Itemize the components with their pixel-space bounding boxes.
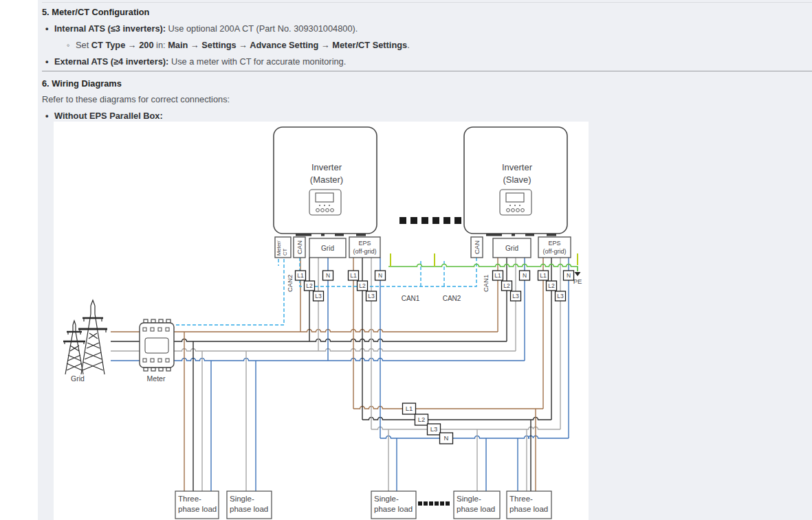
bullet-internal-ats: •Internal ATS (≤3 inverters): Use option… [45, 23, 358, 34]
load-three-phase-left: Three- phase load [175, 491, 219, 519]
svg-text:N: N [523, 272, 527, 279]
inverter-slave-title: Inverter [502, 162, 533, 172]
bullet-marker: • [45, 23, 54, 34]
port-eps-label1: EPS [358, 240, 371, 247]
grid-caption: Grid [71, 374, 85, 383]
port-eps-label1: EPS [548, 240, 560, 247]
pe-label: PE [573, 278, 582, 285]
wire-tag-L2: L2 [358, 281, 368, 291]
wire-tag-L2: L2 [305, 281, 315, 291]
can2-vertical-label: CAN2 [286, 275, 294, 292]
power-bus-bl [173, 359, 525, 361]
inverter-master-subtitle: (Master) [310, 174, 343, 185]
svg-text:Single-: Single- [374, 495, 399, 503]
pe-ground-icon [575, 272, 581, 276]
svg-text:L1: L1 [297, 272, 304, 279]
bullet-without-eps: •Without EPS Parallel Box: [45, 111, 163, 121]
port-meter-ct-label2: CT [282, 249, 288, 256]
wire-tag-N: N [520, 271, 530, 280]
svg-text:N: N [444, 434, 449, 442]
wire-tag-L1: L1 [538, 271, 549, 280]
svg-text:L2: L2 [548, 282, 555, 289]
pe-bus [388, 264, 578, 272]
wire-tag-L3: L3 [556, 291, 566, 301]
port-can-label: CAN [296, 240, 303, 254]
inverter-master-box: Inverter (Master) [274, 127, 377, 236]
sub-bullet-marker: ◦ [67, 40, 76, 50]
wire-tag-N: N [440, 433, 453, 444]
continuation-dots-icon [399, 217, 461, 224]
svg-text:L3: L3 [557, 293, 564, 299]
port-grid-label: Grid [321, 245, 334, 252]
section-5-heading: 5. Meter/CT Configuration [42, 7, 149, 17]
wire-tag-L3: L3 [428, 424, 441, 435]
power-bus-br [353, 407, 543, 409]
port-grid-label: Grid [505, 245, 518, 252]
load-single-phase-3: Single- phase load [454, 491, 500, 519]
inverter-display-icon [500, 190, 531, 215]
wire-tag-L2: L2 [547, 281, 557, 291]
power-bus-gy [173, 349, 516, 352]
wire-tag-L3: L3 [314, 291, 324, 301]
inverter-display-icon [309, 190, 341, 215]
meter-caption: Meter [147, 374, 166, 383]
load-three-phase-right: Three- phase load [507, 491, 551, 519]
svg-text:Three-: Three- [178, 495, 201, 503]
port-eps-label2: (off-grid) [353, 248, 377, 255]
inverter-slave-subtitle: (Slave) [503, 174, 531, 185]
svg-text:phase load: phase load [374, 505, 413, 513]
svg-text:phase load: phase load [178, 505, 217, 513]
wire-tag-L1: L1 [493, 271, 503, 280]
svg-text:L1: L1 [540, 272, 547, 279]
can2-label: CAN2 [443, 295, 461, 302]
svg-text:L1: L1 [350, 272, 357, 279]
svg-text:Single-: Single- [230, 495, 254, 503]
port-eps-label2: (off-grid) [543, 248, 567, 255]
svg-text:L2: L2 [503, 282, 510, 289]
wire-tag-N: N [375, 271, 386, 280]
top-hairline [42, 2, 812, 3]
wire-tag-L1: L1 [403, 403, 416, 414]
svg-text:L3: L3 [315, 293, 322, 299]
svg-text:L1: L1 [406, 405, 413, 412]
wiring-diagram-image: PE Inverter (Master) Inverter (Slave) [54, 122, 589, 520]
power-bus-bl [380, 436, 569, 439]
load-single-phase-2: Single- phase load [371, 491, 416, 519]
svg-text:L2: L2 [359, 282, 366, 289]
can1-label: CAN1 [402, 295, 420, 302]
section-6-heading: 6. Wiring Diagrams [42, 78, 122, 89]
manual-page: { "doc": { "bullet_char": "•", "sub_bull… [0, 0, 812, 520]
wire-tag-N: N [564, 271, 574, 280]
svg-text:L2: L2 [306, 282, 313, 289]
svg-text:N: N [326, 272, 330, 279]
load-continuation-dots-icon [418, 501, 450, 506]
wire-tag-L3: L3 [366, 291, 377, 301]
svg-text:Three-: Three- [509, 495, 533, 503]
svg-text:L3: L3 [512, 293, 519, 299]
bullet-marker: • [45, 111, 54, 121]
wire-tag-L3: L3 [511, 291, 521, 301]
wire-tag-L2: L2 [502, 281, 512, 291]
meter-comm-line [175, 259, 284, 325]
svg-text:phase load: phase load [509, 505, 548, 513]
svg-text:phase load: phase load [230, 505, 268, 513]
svg-text:L3: L3 [430, 425, 438, 433]
can1-vertical-label: CAN1 [482, 275, 490, 292]
power-bus-gy [371, 427, 560, 430]
inverter-master-title: Inverter [311, 162, 342, 172]
wire-tag-L1: L1 [349, 271, 359, 280]
section-divider [42, 71, 812, 71]
svg-text:Single-: Single- [457, 495, 481, 503]
power-bus-br [173, 330, 498, 332]
wire-tag-L2: L2 [415, 414, 428, 425]
sub-bullet-ct-type: ◦Set CT Type → 200 in: Main → Settings →… [67, 40, 410, 50]
svg-text:N: N [567, 272, 571, 279]
svg-text:L3: L3 [368, 293, 375, 299]
wire-tag-L1: L1 [296, 271, 306, 280]
power-bus-bk [173, 339, 507, 342]
power-bus-bk [362, 418, 551, 420]
port-can-label: CAN [473, 240, 481, 254]
svg-text:phase load: phase load [457, 505, 495, 513]
grid-towers-icon [63, 300, 107, 374]
inverter-slave-box: Inverter (Slave) [464, 127, 567, 236]
